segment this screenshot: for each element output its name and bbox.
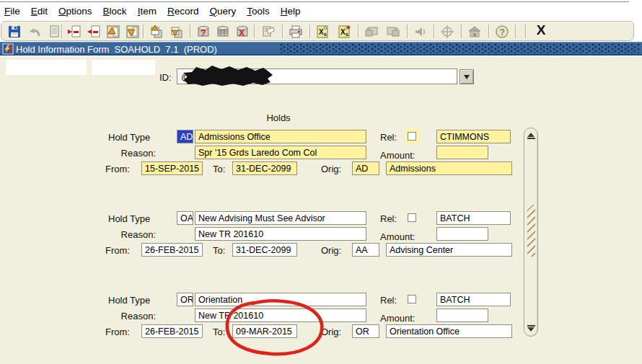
- id-dropdown-button[interactable]: [459, 69, 474, 84]
- toolbar-separator: [282, 25, 283, 38]
- hold-type-code-field[interactable]: AD: [177, 130, 193, 143]
- toolbar-separator: [190, 25, 190, 38]
- hold-type-description-field[interactable]: Orientation: [195, 293, 366, 306]
- scroll-up-icon[interactable]: [524, 133, 537, 139]
- toolbar-separator: [358, 25, 359, 38]
- menu-options[interactable]: Options: [58, 6, 92, 17]
- toolbar-separator: [254, 25, 255, 38]
- menu-item[interactable]: Item: [138, 6, 157, 17]
- previous-block-icon[interactable]: [147, 23, 164, 40]
- to-date-field[interactable]: 31-DEC-2099: [232, 243, 297, 257]
- cancel-query-icon[interactable]: X: [234, 23, 250, 40]
- orig-code-field[interactable]: AD: [352, 161, 379, 175]
- save-icon[interactable]: [6, 23, 22, 40]
- exit-icon[interactable]: X: [532, 22, 550, 38]
- id-label: ID:: [159, 72, 172, 83]
- remove-record-icon[interactable]: [85, 23, 102, 40]
- id-input[interactable]: @: [177, 68, 457, 84]
- to-label: To:: [213, 245, 225, 256]
- toolbar-separator: [488, 25, 489, 38]
- broadcast-speaker-icon[interactable]: [412, 23, 428, 40]
- orig-code-field[interactable]: OR: [352, 324, 379, 338]
- reason-field[interactable]: New TR 201610: [195, 308, 366, 322]
- release-checkbox[interactable]: [408, 132, 416, 141]
- menu-block[interactable]: Block: [103, 6, 127, 17]
- export-excel-icon[interactable]: Xs: [315, 23, 331, 40]
- duplicate-item-icon[interactable]: [260, 23, 276, 40]
- sitemap-crosshair-icon[interactable]: [439, 23, 455, 40]
- form-title-bar: Hold Information Form SOAHOLD 7.1 (PROD): [0, 42, 642, 56]
- help-icon[interactable]: ?: [493, 23, 510, 40]
- insert-record-icon[interactable]: [66, 23, 82, 40]
- release-user-field[interactable]: BATCH: [436, 293, 511, 306]
- previous-record-icon[interactable]: [105, 23, 121, 40]
- hold-type-code-field[interactable]: OR: [177, 293, 193, 306]
- toolbar: ? X Xs Xs ?: [1, 21, 634, 41]
- application-window: File Edit Options Block Item Record Quer…: [0, 0, 642, 364]
- print-icon[interactable]: [287, 23, 304, 40]
- hold-type-description-field[interactable]: New Advising Must See Advisor: [195, 211, 366, 225]
- release-user-field[interactable]: BATCH: [436, 211, 511, 225]
- reason-label: Reason:: [108, 311, 156, 321]
- next-block-icon[interactable]: [167, 23, 184, 40]
- reason-field[interactable]: Spr '15 Grds Laredo Com Col: [195, 146, 366, 159]
- hold-type-description-field[interactable]: Admissions Office: [195, 130, 366, 143]
- campus-building-icon[interactable]: [466, 23, 483, 40]
- next-record-icon[interactable]: [124, 23, 141, 40]
- from-date-field[interactable]: 26-FEB-2015: [141, 243, 203, 257]
- reason-field[interactable]: New TR 201610: [195, 227, 366, 241]
- from-date-field[interactable]: 15-SEP-2015: [141, 161, 203, 175]
- titlebar-pattern: [280, 43, 641, 53]
- orig-description-field[interactable]: Admissions: [386, 161, 512, 175]
- toolbar-separator: [407, 25, 408, 38]
- orig-description-field[interactable]: Orientation Office: [386, 324, 512, 338]
- release-checkbox[interactable]: [408, 295, 416, 303]
- from-date-field[interactable]: 26-FEB-2015: [141, 324, 203, 338]
- release-checkbox[interactable]: [408, 213, 416, 222]
- to-label: To:: [213, 164, 225, 174]
- orig-label: Orig:: [321, 327, 341, 337]
- orig-description-field[interactable]: Advising Center: [386, 243, 512, 257]
- window-next-icon[interactable]: [384, 23, 401, 40]
- from-label: From:: [105, 327, 130, 337]
- svg-text:s: s: [324, 32, 327, 37]
- redaction-patch: [6, 60, 87, 75]
- hold-type-label: Hold Type: [108, 132, 150, 143]
- export-excel-options-icon[interactable]: Xs: [336, 23, 353, 40]
- scroll-down-icon[interactable]: [524, 325, 537, 332]
- reason-label: Reason:: [108, 148, 156, 159]
- amount-field[interactable]: [436, 146, 488, 159]
- toolbar-separator: [461, 25, 462, 38]
- hold-type-code-field[interactable]: OA: [177, 211, 193, 225]
- to-date-field[interactable]: 31-DEC-2099: [232, 161, 297, 175]
- toolbar-separator: [143, 25, 144, 38]
- hold-type-label: Hold Type: [108, 295, 150, 306]
- enter-query-icon[interactable]: ?: [195, 23, 211, 40]
- toolbar-separator: [309, 25, 310, 38]
- menu-bar: File Edit Options Block Item Record Quer…: [0, 0, 642, 21]
- window-top-edge: [0, 1, 629, 2]
- orig-code-field[interactable]: AA: [352, 243, 379, 257]
- release-user-field[interactable]: CTIMMONS: [436, 130, 511, 143]
- svg-text:?: ?: [201, 28, 206, 38]
- records-scrollbar[interactable]: [524, 128, 538, 337]
- oracle-forms-icon: [2, 43, 14, 58]
- amount-field[interactable]: [436, 227, 488, 241]
- menu-record[interactable]: Record: [167, 6, 199, 17]
- toolbar-separator: [61, 25, 62, 38]
- to-date-field[interactable]: 09-MAR-2015: [232, 324, 297, 338]
- menu-file[interactable]: File: [4, 6, 20, 17]
- menu-query[interactable]: Query: [209, 6, 236, 17]
- hold-record: Hold Type OA New Advising Must See Advis…: [0, 211, 642, 259]
- from-label: From:: [105, 245, 130, 256]
- execute-query-icon[interactable]: [214, 23, 231, 40]
- menu-edit[interactable]: Edit: [31, 6, 48, 17]
- menu-help[interactable]: Help: [281, 6, 301, 17]
- select-icon[interactable]: [45, 23, 62, 40]
- orig-label: Orig:: [321, 164, 341, 174]
- rollback-icon[interactable]: [26, 23, 43, 40]
- window-previous-icon[interactable]: [363, 23, 379, 40]
- hold-type-label: Hold Type: [108, 213, 150, 224]
- amount-field[interactable]: [436, 308, 488, 322]
- menu-tools[interactable]: Tools: [247, 6, 270, 17]
